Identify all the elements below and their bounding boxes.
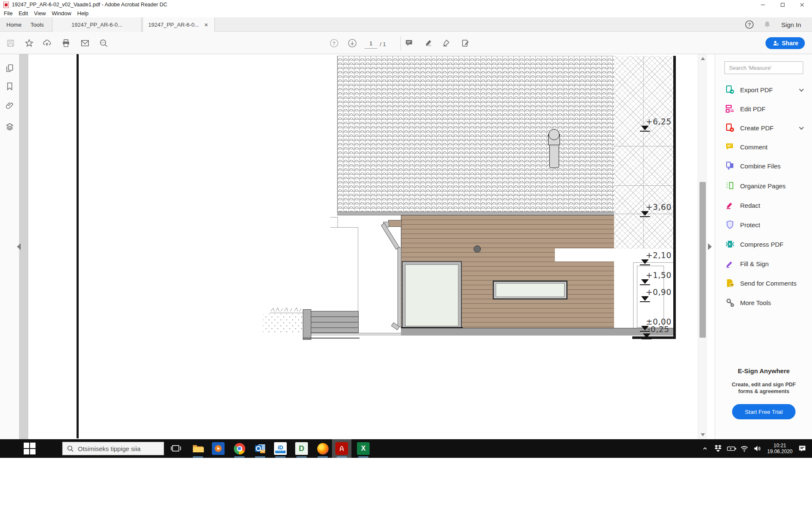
taskbar-app-file-explorer[interactable]	[192, 442, 204, 455]
drawing-eave-outline	[330, 227, 358, 228]
drawing-hatch-centerline	[643, 56, 644, 249]
scrollbar-thumb[interactable]	[700, 182, 706, 338]
print-icon[interactable]	[60, 38, 71, 49]
minimize-button[interactable]	[755, 0, 771, 9]
share-button[interactable]: Share	[765, 37, 805, 49]
cloud-upload-icon[interactable]	[41, 38, 52, 49]
menu-help[interactable]: Help	[77, 10, 89, 17]
share-person-icon	[772, 40, 779, 47]
start-free-trial-button[interactable]: Start Free Trial	[732, 404, 796, 419]
tool-export-pdf[interactable]: Export PDF	[715, 80, 812, 99]
highlighter-tool-icon[interactable]	[423, 38, 434, 49]
drawing-eave-outline	[337, 217, 338, 228]
menu-file[interactable]: File	[4, 10, 13, 17]
edit-pdf-icon	[725, 104, 735, 113]
email-icon[interactable]	[80, 38, 91, 49]
pdf-file-icon	[3, 2, 9, 8]
tool-compress-pdf[interactable]: Compress PDF	[715, 235, 812, 253]
next-page-icon[interactable]	[347, 38, 358, 49]
dropbox-icon[interactable]	[713, 444, 723, 453]
battery-icon[interactable]	[727, 444, 736, 453]
elevation-marker: +2,10	[641, 251, 672, 265]
tool-redact[interactable]: Redact	[715, 196, 812, 215]
document-area: +6,25 +3,60 +2,10 +1,50 +0,90 ±0,00 -0,2…	[0, 54, 812, 439]
running-indicator	[318, 457, 328, 457]
taskbar-app-digidoc[interactable]: D	[295, 442, 308, 455]
chevron-down-icon[interactable]	[799, 125, 804, 129]
tab-close-icon[interactable]: ✕	[203, 22, 209, 28]
attachments-icon[interactable]	[5, 101, 15, 111]
tab-document-2[interactable]: 19247_PP_AR-6-0... ✕	[143, 17, 215, 32]
tools-search-input[interactable]	[724, 61, 803, 74]
vertical-scrollbar[interactable]	[698, 54, 707, 439]
previous-page-icon[interactable]	[329, 38, 340, 49]
taskbar-search[interactable]	[62, 442, 164, 455]
scroll-down-icon[interactable]	[701, 433, 705, 436]
fill-sign-tool-icon[interactable]	[460, 38, 471, 49]
comment-tool-icon[interactable]	[403, 38, 414, 49]
tool-fill-sign[interactable]: Fill & Sign	[715, 254, 812, 273]
drawing-downpipe	[398, 248, 401, 327]
drawing-door-glass	[405, 264, 458, 326]
taskbar-app-acrobat-reader[interactable]	[335, 442, 348, 455]
menu-window[interactable]: Window	[52, 10, 71, 17]
sign-in-link[interactable]: Sign In	[781, 21, 801, 28]
taskbar-app-media-player[interactable]	[212, 442, 225, 455]
save-icon[interactable]	[5, 38, 16, 49]
taskbar-app-excel[interactable]: X	[357, 442, 370, 455]
sign-pen-tool-icon[interactable]	[441, 38, 452, 49]
layers-icon[interactable]	[5, 122, 15, 132]
taskbar-app-chrome[interactable]	[233, 442, 246, 455]
taskbar-app-outlook[interactable]	[254, 442, 266, 455]
collapse-left-panel-icon[interactable]	[17, 243, 21, 250]
help-icon[interactable]: ?	[745, 20, 754, 29]
tray-chevron-up-icon[interactable]	[700, 444, 710, 453]
menu-edit[interactable]: Edit	[19, 10, 28, 17]
tool-more-tools[interactable]: More Tools	[715, 293, 812, 312]
tool-combine-files[interactable]: Combine Files	[715, 157, 812, 175]
expand-right-panel-icon[interactable]	[708, 243, 712, 250]
tool-organize-pages[interactable]: Organize Pages	[715, 176, 812, 195]
search-zoom-icon[interactable]	[98, 38, 109, 49]
tab-document-1[interactable]: 19247_PP_AR-6-0...	[52, 17, 142, 32]
bookmarks-icon[interactable]	[5, 81, 15, 91]
action-center-icon[interactable]	[798, 444, 807, 453]
volume-icon[interactable]	[753, 444, 762, 453]
elevation-marker: +0,90	[641, 288, 672, 302]
drawing-eave-outline	[330, 217, 338, 217]
wifi-icon[interactable]	[740, 444, 749, 453]
maximize-button[interactable]	[774, 0, 790, 9]
taskbar-clock[interactable]: 10:21 19.06.2020	[766, 443, 794, 454]
menu-view[interactable]: View	[34, 10, 46, 17]
organize-pages-icon	[725, 181, 735, 190]
tab-tools[interactable]: Tools	[30, 17, 44, 32]
desktop: 19247_PP_AR-6-02_v02_Vaade1.pdf - Adobe …	[0, 0, 812, 512]
tool-edit-pdf[interactable]: Edit PDF	[715, 99, 812, 118]
page-thumbnails-icon[interactable]	[5, 63, 15, 74]
chevron-down-icon[interactable]	[799, 87, 804, 91]
taskbar-app-digidoc-id[interactable]: iD DIGIDOC	[274, 442, 287, 455]
star-favorite-icon[interactable]	[24, 38, 35, 49]
taskbar-search-input[interactable]	[78, 445, 154, 452]
tab-home[interactable]: Home	[6, 17, 22, 32]
task-view-icon[interactable]	[170, 443, 181, 454]
menu-bar: File Edit View Window Help	[0, 9, 812, 17]
tool-comment[interactable]: Comment	[715, 138, 812, 156]
close-button[interactable]	[794, 0, 810, 9]
tool-protect[interactable]: Protect	[715, 215, 812, 234]
tool-create-pdf[interactable]: Create PDF	[715, 118, 812, 137]
scroll-up-icon[interactable]	[701, 57, 705, 60]
running-indicator	[255, 457, 265, 457]
clock-date: 19.06.2020	[766, 449, 794, 454]
taskbar-app-firefox[interactable]	[316, 442, 329, 455]
drawing-grass-symbols	[270, 306, 304, 313]
tool-send-for-comments[interactable]: Send for Comments	[715, 274, 812, 292]
drawing-vent-pipe-cap	[549, 129, 560, 140]
page-number-input[interactable]	[365, 39, 377, 49]
running-indicator	[296, 457, 307, 457]
notifications-bell-icon[interactable]	[763, 20, 772, 29]
start-button[interactable]	[24, 443, 36, 454]
drawing-hatched-wall-section	[614, 56, 673, 249]
create-pdf-icon	[725, 123, 735, 132]
compress-pdf-icon	[725, 239, 735, 249]
